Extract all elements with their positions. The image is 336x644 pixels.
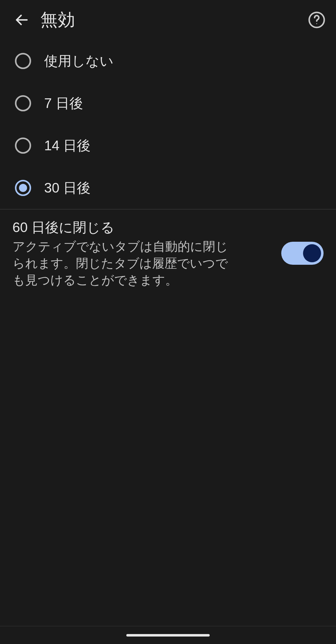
back-button[interactable] <box>11 9 32 30</box>
close-after-60-days-setting[interactable]: 60 日後に閉じる アクティブでないタブは自動的に閉じられます。閉じたタブは履歴… <box>0 209 336 297</box>
setting-title: 60 日後に閉じる <box>12 218 274 236</box>
radio-option-30days[interactable]: 30 日後 <box>0 167 336 209</box>
toggle-switch[interactable] <box>281 242 324 265</box>
help-icon <box>308 11 326 29</box>
radio-icon <box>15 53 31 69</box>
setting-text: 60 日後に閉じる アクティブでないタブは自動的に閉じられます。閉じたタブは履歴… <box>12 218 281 288</box>
radio-icon <box>15 138 31 154</box>
radio-icon <box>15 95 31 111</box>
svg-point-2 <box>316 23 317 24</box>
app-bar: 無効 <box>0 0 336 40</box>
setting-description: アクティブでないタブは自動的に閉じられます。閉じたタブは履歴でいつでも見つけるこ… <box>12 238 236 288</box>
radio-icon <box>15 180 31 196</box>
radio-label: 使用しない <box>44 52 114 70</box>
system-nav-bar <box>0 626 336 644</box>
radio-label: 7 日後 <box>44 94 83 113</box>
radio-group: 使用しない 7 日後 14 日後 30 日後 <box>0 40 336 209</box>
radio-label: 30 日後 <box>44 179 91 197</box>
radio-option-7days[interactable]: 7 日後 <box>0 82 336 124</box>
help-button[interactable] <box>306 9 327 30</box>
radio-option-never[interactable]: 使用しない <box>0 40 336 82</box>
back-arrow-icon <box>14 12 30 28</box>
radio-label: 14 日後 <box>44 137 91 155</box>
toggle-thumb-icon <box>303 244 321 262</box>
home-indicator[interactable] <box>126 634 210 637</box>
page-title: 無効 <box>40 8 75 31</box>
radio-option-14days[interactable]: 14 日後 <box>0 124 336 167</box>
